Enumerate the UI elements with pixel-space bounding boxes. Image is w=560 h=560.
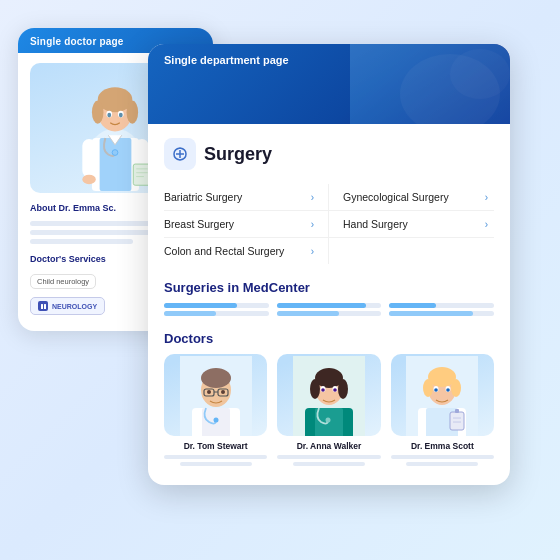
surgery-label: Breast Surgery xyxy=(164,218,234,230)
stats-row xyxy=(164,303,494,319)
svg-point-55 xyxy=(423,379,433,397)
neurology-icon xyxy=(38,301,48,311)
doctors-section-title: Doctors xyxy=(164,331,494,346)
doctor-card-anna[interactable]: Dr. Anna Walker xyxy=(277,354,380,469)
doctor-avatar-svg xyxy=(73,66,158,191)
skel-emma-1 xyxy=(391,455,494,459)
skel-anna-2 xyxy=(293,462,365,466)
svg-point-37 xyxy=(213,418,218,423)
stat-block-1 xyxy=(164,303,269,319)
dept-name: Surgery xyxy=(204,144,272,165)
surgery-item-bariatric[interactable]: Bariatric Surgery › xyxy=(164,184,329,211)
skel-tom-1 xyxy=(164,455,267,459)
dept-header-content: Single department page xyxy=(164,54,494,66)
svg-point-43 xyxy=(310,379,320,399)
skel-tom-2 xyxy=(180,462,252,466)
svg-point-47 xyxy=(321,388,325,392)
doctor-card-tom[interactable]: Dr. Tom Stewart xyxy=(164,354,267,469)
surgery-label: Colon and Rectal Surgery xyxy=(164,245,284,257)
svg-rect-62 xyxy=(455,409,459,413)
surgeries-section-title: Surgeries in MedCenter xyxy=(164,280,494,295)
surgery-item-hand[interactable]: Hand Surgery › xyxy=(329,211,494,238)
svg-rect-21 xyxy=(44,304,46,309)
chevron-right-icon: › xyxy=(485,219,488,230)
service-badge[interactable]: Child neurology xyxy=(30,274,96,289)
surgery-label: Bariatric Surgery xyxy=(164,191,242,203)
doctor-name-tom: Dr. Tom Stewart xyxy=(164,441,267,451)
chevron-right-icon: › xyxy=(311,246,314,257)
stat-block-3 xyxy=(389,303,494,319)
doctor-photo-anna xyxy=(277,354,380,436)
svg-point-60 xyxy=(447,388,451,392)
chevron-right-icon: › xyxy=(485,192,488,203)
skeleton-line-3 xyxy=(30,239,133,244)
svg-point-5 xyxy=(92,100,104,123)
svg-rect-61 xyxy=(450,412,464,430)
svg-point-48 xyxy=(333,388,337,392)
neurology-badge[interactable]: NEUROLOGY xyxy=(30,297,105,315)
doctor-photo-tom xyxy=(164,354,267,436)
svg-rect-20 xyxy=(41,304,43,309)
surgery-list: Bariatric Surgery › Gynecological Surger… xyxy=(164,184,494,264)
dept-card-body: Surgery Bariatric Surgery › Gynecologica… xyxy=(148,124,510,485)
surgery-icon xyxy=(171,145,189,163)
surgery-label: Hand Surgery xyxy=(343,218,408,230)
stat-block-2 xyxy=(277,303,382,319)
doctor-page-title: Single doctor page xyxy=(30,36,124,47)
svg-point-31 xyxy=(201,368,231,388)
skeleton-line-2 xyxy=(30,230,167,235)
surgery-icon-box xyxy=(164,138,196,170)
svg-rect-12 xyxy=(82,139,95,177)
svg-point-9 xyxy=(107,112,111,117)
surgery-item-breast[interactable]: Breast Surgery › xyxy=(164,211,329,238)
svg-point-10 xyxy=(119,112,123,117)
svg-point-14 xyxy=(82,174,95,184)
dept-page-card: Single department page Surgery Bariatric… xyxy=(148,44,510,485)
surgery-label: Gynecological Surgery xyxy=(343,191,449,203)
doctors-grid: Dr. Tom Stewart xyxy=(164,354,494,469)
svg-point-11 xyxy=(112,149,118,155)
surgery-item-colon[interactable]: Colon and Rectal Surgery › xyxy=(164,238,329,264)
svg-point-59 xyxy=(435,388,439,392)
doctor-name-emma: Dr. Emma Scott xyxy=(391,441,494,451)
doctor-card-emma[interactable]: Dr. Emma Scott xyxy=(391,354,494,469)
doctor-name-anna: Dr. Anna Walker xyxy=(277,441,380,451)
chevron-right-icon: › xyxy=(311,192,314,203)
svg-point-35 xyxy=(207,390,211,394)
surgery-item-gynecological[interactable]: Gynecological Surgery › xyxy=(329,184,494,211)
svg-point-44 xyxy=(338,379,348,399)
chevron-right-icon: › xyxy=(311,219,314,230)
skel-emma-2 xyxy=(406,462,478,466)
svg-point-49 xyxy=(325,418,330,423)
svg-point-6 xyxy=(127,100,139,123)
dept-page-header: Single department page xyxy=(148,44,510,124)
svg-point-36 xyxy=(221,390,225,394)
dept-title-row: Surgery xyxy=(164,138,494,170)
neurology-text: NEUROLOGY xyxy=(52,303,97,310)
dept-page-title: Single department page xyxy=(164,54,289,66)
doctor-photo-emma xyxy=(391,354,494,436)
svg-point-56 xyxy=(451,379,461,397)
skel-anna-1 xyxy=(277,455,380,459)
